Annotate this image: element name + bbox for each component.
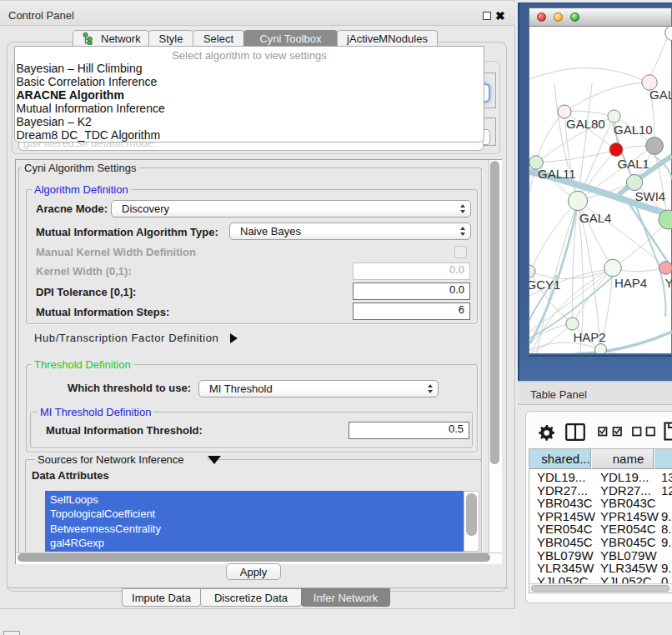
svg-text:Y: Y: [665, 276, 672, 290]
svg-text:GAL80: GAL80: [566, 117, 605, 131]
svg-text:GAL1: GAL1: [618, 157, 649, 171]
svg-text:GAL11: GAL11: [538, 167, 576, 181]
svg-text:GAL10: GAL10: [614, 122, 653, 137]
svg-text:GAL4: GAL4: [579, 211, 611, 225]
svg-text:HAP4: HAP4: [614, 276, 647, 290]
svg-text:GCY1: GCY1: [529, 278, 560, 292]
svg-text:GAL7: GAL7: [649, 88, 672, 102]
svg-text:SWI4: SWI4: [635, 189, 666, 203]
svg-text:HAP2: HAP2: [574, 330, 606, 344]
